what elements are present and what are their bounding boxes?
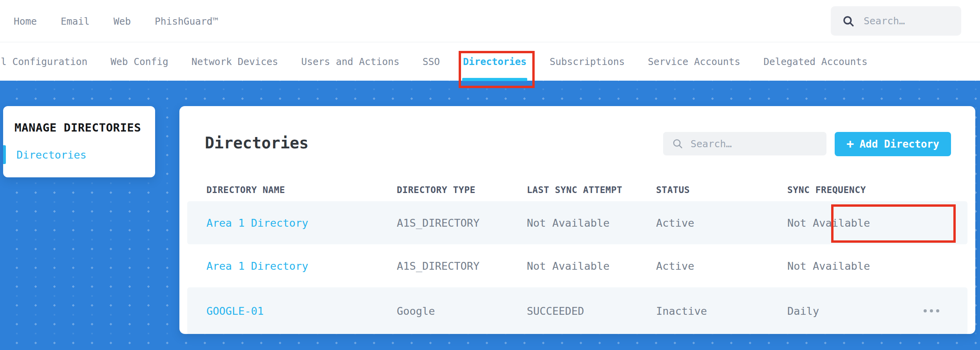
directory-type-cell: A1S_DIRECTORY <box>397 260 527 272</box>
sidebar-item-label: Directories <box>16 149 87 161</box>
directory-name-link[interactable]: Area 1 Directory <box>206 217 397 229</box>
last-sync-cell: SUCCEEDED <box>527 305 656 317</box>
nav-item-web[interactable]: Web <box>114 16 131 27</box>
table-row: Area 1 Directory A1S_DIRECTORY Not Avail… <box>187 244 967 287</box>
directory-type-cell: A1S_DIRECTORY <box>397 217 527 229</box>
column-header-directory-type: DIRECTORY TYPE <box>397 185 527 195</box>
table-body: Area 1 Directory A1S_DIRECTORY Not Avail… <box>187 201 967 334</box>
search-icon <box>842 14 855 28</box>
sync-frequency-cell: Not Available <box>787 260 924 272</box>
nav-item-email[interactable]: Email <box>61 16 90 27</box>
nav-item-phishguard[interactable]: PhishGuard™ <box>155 16 218 27</box>
column-header-status: STATUS <box>656 185 787 195</box>
manage-directories-card: MANAGE DIRECTORIES Directories <box>3 106 155 177</box>
tab-users-and-actions[interactable]: Users and Actions <box>301 42 400 81</box>
add-directory-button[interactable]: + Add Directory <box>835 132 951 156</box>
status-cell: Active <box>656 217 787 229</box>
sync-frequency-cell: Daily <box>787 305 924 317</box>
workspace-background: MANAGE DIRECTORIES Directories Directori… <box>0 81 980 350</box>
column-header-sync-frequency: SYNC FREQUENCY <box>787 185 924 195</box>
last-sync-cell: Not Available <box>527 260 656 272</box>
settings-tab-bar: l Configuration Web Config Network Devic… <box>0 42 980 81</box>
nav-item-home[interactable]: Home <box>14 16 37 27</box>
tab-delegated-accounts[interactable]: Delegated Accounts <box>763 42 868 81</box>
tab-service-accounts[interactable]: Service Accounts <box>648 42 740 81</box>
directories-panel: Directories + Add Directory DIRECTORY NA… <box>179 106 975 334</box>
status-cell: Active <box>656 260 787 272</box>
tab-web-config[interactable]: Web Config <box>110 42 168 81</box>
global-search-input[interactable] <box>864 15 942 27</box>
tab-network-devices[interactable]: Network Devices <box>192 42 278 81</box>
page-title: Directories <box>205 134 309 152</box>
plus-icon: + <box>846 137 854 151</box>
tab-directories[interactable]: Directories <box>463 42 526 81</box>
table-header: DIRECTORY NAME DIRECTORY TYPE LAST SYNC … <box>187 178 967 201</box>
table-row: Area 1 Directory A1S_DIRECTORY Not Avail… <box>187 201 967 244</box>
global-search[interactable] <box>831 6 961 36</box>
last-sync-cell: Not Available <box>527 217 656 229</box>
top-bar: Home Email Web PhishGuard™ <box>0 0 980 42</box>
search-icon <box>672 138 683 150</box>
tab-directories-label: Directories <box>463 56 526 67</box>
directory-type-cell: Google <box>397 305 527 317</box>
directory-name-link[interactable]: Area 1 Directory <box>206 260 397 272</box>
sidebar-item-directories[interactable]: Directories <box>3 144 155 166</box>
column-header-directory-name: DIRECTORY NAME <box>206 185 397 195</box>
sidebar-card-title: MANAGE DIRECTORIES <box>14 121 141 134</box>
tab-subscriptions[interactable]: Subscriptions <box>550 42 625 81</box>
column-header-last-sync-attempt: LAST SYNC ATTEMPT <box>527 185 656 195</box>
row-actions-menu-ellipsis-icon[interactable] <box>924 309 939 312</box>
tab-sso[interactable]: SSO <box>423 42 440 81</box>
add-directory-button-label: Add Directory <box>859 138 939 150</box>
directories-search-input[interactable] <box>691 138 800 150</box>
primary-nav: Home Email Web PhishGuard™ <box>14 0 218 42</box>
sync-frequency-cell: Not Available <box>787 217 924 229</box>
tab-email-configuration[interactable]: l Configuration <box>1 42 87 81</box>
table-row: GOOGLE-01 Google SUCCEEDED Inactive Dail… <box>187 287 967 334</box>
active-item-indicator <box>3 145 6 164</box>
directory-name-link[interactable]: GOOGLE-01 <box>206 305 397 317</box>
status-cell: Inactive <box>656 305 787 317</box>
directories-search[interactable] <box>663 132 826 155</box>
active-tab-underline <box>462 78 527 81</box>
